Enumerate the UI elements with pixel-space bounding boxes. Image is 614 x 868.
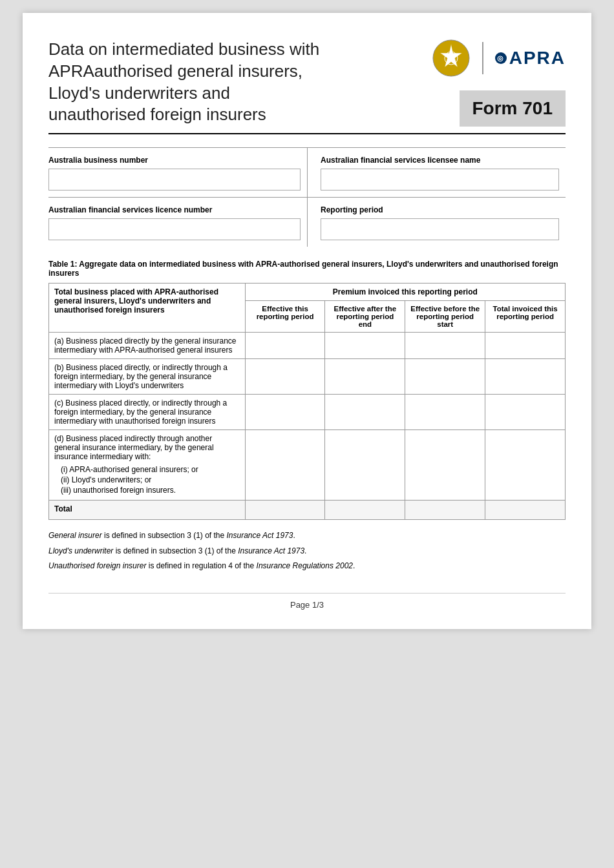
table-row: (a) Business placed directly by the gene… — [49, 333, 566, 359]
abn-group: Australia business number — [48, 148, 307, 197]
total-row: Total — [49, 501, 566, 520]
data-cell-0-2[interactable] — [405, 333, 485, 359]
afsl-name-label: Australian financial services licensee n… — [321, 156, 559, 165]
act-insurance-act-1973-2: Insurance Act 1973 — [238, 546, 304, 555]
fields-section: Australia business number Australian fin… — [48, 147, 566, 247]
table-caption: Table 1: Aggregate data on intermediated… — [48, 260, 566, 278]
total-cell-3[interactable] — [485, 501, 566, 520]
term-unauthorised-foreign-insurer: Unauthorised foreign insurer — [48, 561, 146, 570]
footer-note-3: Unauthorised foreign insurer is defined … — [48, 559, 566, 574]
data-cell-1-2[interactable] — [405, 359, 485, 395]
afsl-number-label: Australian financial services licence nu… — [48, 205, 301, 214]
data-cell-2-1[interactable] — [325, 395, 405, 430]
logo-row: ★ ◎ APRA — [432, 39, 566, 78]
total-label: Total — [49, 501, 246, 520]
reporting-period-group: Reporting period — [307, 197, 566, 247]
footer-note-2: Lloyd's underwriter is defined in subsec… — [48, 544, 566, 559]
data-cell-0-0[interactable] — [245, 333, 325, 359]
reporting-period-input[interactable] — [321, 218, 559, 240]
afsl-number-input[interactable] — [48, 218, 301, 240]
table-row: (c) Business placed directly, or indirec… — [49, 395, 566, 430]
col-desc-header: Total business placed with APRA-authoris… — [49, 284, 246, 333]
sub-item-3-0: (i) APRA-authorised general insurers; or — [61, 465, 240, 474]
data-cell-0-3[interactable] — [485, 333, 566, 359]
data-cell-3-2[interactable] — [405, 430, 485, 501]
afsl-name-group: Australian financial services licensee n… — [307, 148, 566, 197]
row-letter-3: (d) — [54, 434, 64, 443]
reporting-period-label: Reporting period — [321, 205, 559, 214]
data-cell-3-3[interactable] — [485, 430, 566, 501]
row-desc-2: (c) Business placed directly, or indirec… — [49, 395, 246, 430]
abn-input[interactable] — [48, 169, 301, 191]
svg-text:★: ★ — [449, 56, 454, 62]
sub-item-3-2: (iii) unauthorised foreign insurers. — [61, 486, 240, 495]
table-row: (d) Business placed indirectly through a… — [49, 430, 566, 501]
data-cell-2-2[interactable] — [405, 395, 485, 430]
col4-header: Total invoiced this reporting period — [485, 301, 566, 333]
col1-header: Effective this reporting period — [245, 301, 325, 333]
data-cell-3-1[interactable] — [325, 430, 405, 501]
logo-area: ★ ◎ APRA Form 701 — [432, 39, 566, 127]
footer-note-1: General insurer is defined in subsection… — [48, 529, 566, 543]
row-letter-0: (a) — [54, 336, 64, 346]
sub-item-3-1: (ii) Lloyd's underwriters; or — [61, 475, 240, 484]
row-letter-2: (c) — [54, 398, 63, 408]
row-desc-1: (b) Business placed directly, or indirec… — [49, 359, 246, 395]
table-section: Table 1: Aggregate data on intermediated… — [48, 260, 566, 520]
total-cell-2[interactable] — [405, 501, 485, 520]
table-row: (b) Business placed directly, or indirec… — [49, 359, 566, 395]
page-header: Data on intermediated business with APRA… — [48, 39, 566, 134]
col2-header: Effective after the reporting period end — [325, 301, 405, 333]
data-cell-3-0[interactable] — [245, 430, 325, 501]
afsl-name-input[interactable] — [321, 169, 559, 191]
act-insurance-regulations-2002: Insurance Regulations 2002 — [257, 561, 353, 570]
row-desc-0: (a) Business placed directly by the gene… — [49, 333, 246, 359]
data-cell-2-0[interactable] — [245, 395, 325, 430]
col-group-header: Premium invoiced this reporting period — [245, 284, 565, 301]
abn-label: Australia business number — [48, 156, 301, 165]
form-number-box: Form 701 — [460, 90, 566, 127]
coat-of-arms-icon: ★ — [432, 39, 471, 78]
form-number: Form 701 — [472, 98, 553, 119]
data-cell-1-0[interactable] — [245, 359, 325, 395]
total-cell-1[interactable] — [325, 501, 405, 520]
sub-items-3: (i) APRA-authorised general insurers; or… — [54, 465, 240, 495]
row-letter-1: (b) — [54, 363, 64, 372]
apra-logo: ◎ APRA — [495, 48, 566, 68]
term-lloyds-underwriter: Lloyd's underwriter — [48, 546, 113, 555]
data-cell-2-3[interactable] — [485, 395, 566, 430]
term-general-insurer: General insurer — [48, 531, 102, 540]
afsl-number-group: Australian financial services licence nu… — [48, 197, 307, 247]
page-container: Data on intermediated business with APRA… — [23, 13, 591, 629]
col3-header: Effective before the reporting period st… — [405, 301, 485, 333]
data-cell-0-1[interactable] — [325, 333, 405, 359]
page-number: Page 1/3 — [48, 593, 566, 610]
page-title: Data on intermediated business with APRA… — [48, 39, 320, 126]
row-desc-3: (d) Business placed indirectly through a… — [49, 430, 246, 501]
table-body: (a) Business placed directly by the gene… — [49, 333, 566, 520]
apra-circle-icon: ◎ — [495, 52, 507, 64]
footer-notes: General insurer is defined in subsection… — [48, 529, 566, 574]
total-cell-0[interactable] — [245, 501, 325, 520]
act-insurance-act-1973-1: Insurance Act 1973 — [227, 531, 293, 540]
logo-separator — [482, 42, 483, 74]
table-header-row-top: Total business placed with APRA-authoris… — [49, 284, 566, 301]
data-cell-1-1[interactable] — [325, 359, 405, 395]
data-cell-1-3[interactable] — [485, 359, 566, 395]
main-table: Total business placed with APRA-authoris… — [48, 283, 566, 520]
